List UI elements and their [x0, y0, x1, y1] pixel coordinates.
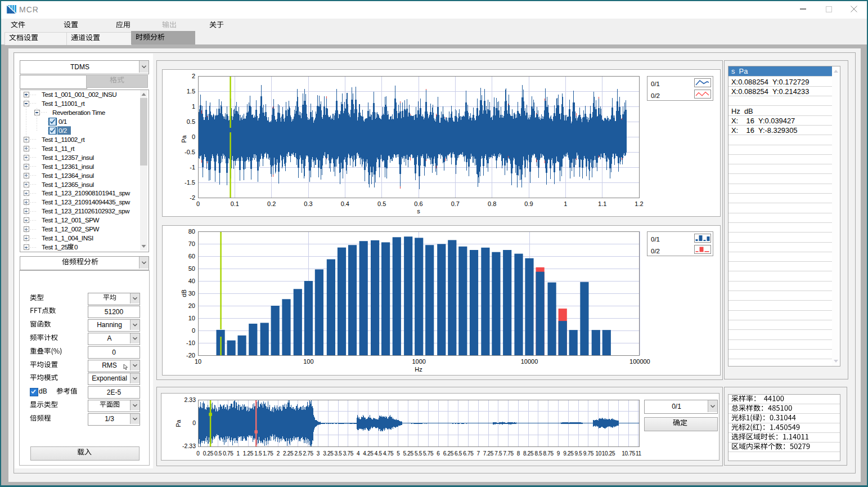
svg-text:-10: -10 [186, 339, 195, 346]
svg-text:Test 1_12_002_SPW: Test 1_12_002_SPW [42, 225, 100, 233]
svg-text:Test 1_11_rt: Test 1_11_rt [42, 145, 75, 152]
svg-text:Test 1_12361_insul: Test 1_12361_insul [42, 163, 94, 170]
svg-text:10: 10 [188, 315, 195, 321]
svg-text:Test 1_11002_rt: Test 1_11002_rt [42, 136, 85, 143]
svg-text:0: 0 [74, 243, 78, 251]
svg-text:0/2: 0/2 [651, 248, 660, 254]
svg-text:Test 1_12357_insul: Test 1_12357_insul [42, 154, 94, 161]
svg-text:60: 60 [188, 253, 195, 260]
svg-text:40: 40 [188, 278, 195, 284]
svg-text:Hz: Hz [415, 366, 422, 373]
svg-text:Test 1_001_001_002_INSU: Test 1_001_001_002_INSU [42, 91, 116, 98]
svg-text:-20: -20 [186, 352, 195, 359]
svg-text:Test 1_11001_rt: Test 1_11001_rt [42, 100, 85, 107]
svg-text:Test 1_12365_insul: Test 1_12365_insul [42, 181, 94, 188]
svg-text:Reverberation Time: Reverberation Time [52, 109, 105, 116]
svg-text:Test 1_123_210914094435_spw: Test 1_123_210914094435_spw [42, 198, 131, 205]
svg-text:dB: dB [181, 289, 187, 297]
svg-text:100000: 100000 [629, 358, 650, 365]
svg-text:1000: 1000 [412, 358, 425, 365]
svg-text:30: 30 [188, 290, 195, 297]
svg-text:0/1: 0/1 [651, 236, 660, 243]
svg-text:Test 1_123_210908101941_spw: Test 1_123_210908101941_spw [42, 189, 131, 196]
svg-text:Test 1_25: Test 1_25 [42, 243, 69, 251]
svg-text:Test 1_123_211026102932_spw: Test 1_123_211026102932_spw [42, 207, 130, 215]
svg-text:Test 1_12364_insul: Test 1_12364_insul [42, 172, 94, 179]
svg-text:80: 80 [188, 228, 195, 235]
svg-text:0/2: 0/2 [59, 127, 67, 134]
svg-text:100: 100 [303, 358, 313, 365]
svg-text:10000: 10000 [521, 358, 538, 365]
svg-text:Test 1_1_004_INSI: Test 1_1_004_INSI [42, 234, 93, 242]
svg-text:0: 0 [192, 327, 195, 334]
svg-text:Test 1_12_001_SPW: Test 1_12_001_SPW [42, 216, 100, 224]
svg-text:10: 10 [195, 358, 201, 365]
svg-text:50: 50 [188, 265, 195, 272]
svg-text:20: 20 [188, 302, 195, 309]
svg-text:0/1: 0/1 [59, 118, 67, 125]
svg-text:70: 70 [188, 240, 195, 247]
